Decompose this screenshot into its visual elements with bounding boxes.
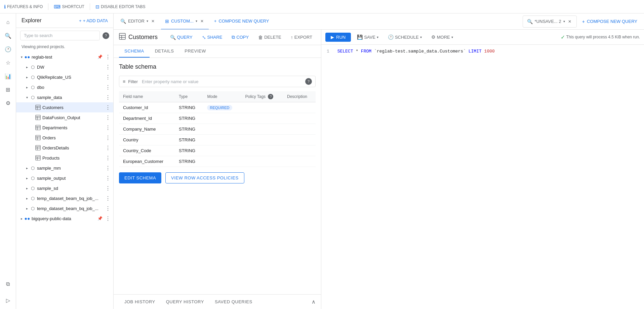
tree-item-sample-output[interactable]: ⬡ sample_output ⋮ [16,173,113,183]
unsave-tab-close[interactable]: ✕ [567,19,572,24]
home-icon-btn[interactable]: ⌂ [2,16,14,28]
saved-queries-tab[interactable]: SAVED QUERIES [209,296,258,308]
tree-item-reglab-test[interactable]: ●● reglab-test 📌 ⋮ [16,52,113,62]
dbo-arrow[interactable] [24,84,30,90]
disable-editor-btn[interactable]: ⊟ DISABLE EDITOR TABS [95,4,146,9]
sample-output-arrow[interactable] [24,175,30,181]
sample-mm-arrow[interactable] [24,165,30,171]
sample-data-arrow[interactable] [24,95,30,100]
search-input[interactable] [20,31,100,40]
editor-tab-dropdown[interactable]: ▾ [147,19,148,23]
save-dropdown-icon[interactable]: ▾ [377,35,378,39]
tree-item-ordersdetails[interactable]: OrdersDetails ⋮ [16,143,113,153]
job-history-tab[interactable]: JOB HISTORY [119,296,161,308]
chart-icon-btn[interactable]: 📊 [2,70,14,82]
filter-help-icon[interactable]: ? [305,78,312,85]
more-menu-sample-data[interactable]: ⋮ [104,93,112,101]
query-label: QUERY [177,35,193,40]
schema-section-title: Table schema [119,63,316,70]
star-icon-btn[interactable]: ☆ [2,57,14,69]
schedule-dropdown-icon[interactable]: ▾ [420,35,422,39]
tree-item-sample-sd[interactable]: ⬡ sample_sd ⋮ [16,183,113,193]
expand-sidebar-btn[interactable]: ▷ [2,294,14,306]
more-dropdown-icon[interactable]: ▾ [451,35,453,39]
tree-item-dbo[interactable]: ⬡ dbo ⋮ [16,82,113,92]
more-menu-bigquery-public[interactable]: ⋮ [104,214,112,222]
features-info-btn[interactable]: ℹ FEATURES & INFO [4,4,43,9]
export-action-btn[interactable]: ↑ EXPORT [287,33,316,42]
query-action-btn[interactable]: 🔍 QUERY [167,33,196,42]
grid-icon-btn[interactable]: ⊞ [2,83,14,96]
more-menu-ordersdetails[interactable]: ⋮ [104,144,112,152]
view-row-access-button[interactable]: VIEW ROW ACCESS POLICIES [165,172,244,183]
more-menu-datafusion[interactable]: ⋮ [104,113,112,122]
bottom-expand-btn[interactable]: ∧ [312,299,316,305]
DW-arrow[interactable] [24,64,30,70]
tree-item-customers[interactable]: Customers ⋮ [16,102,113,112]
custom-tab-dropdown[interactable]: ▾ [196,19,197,23]
more-menu-temp2[interactable]: ⋮ [104,204,112,212]
more-menu-dbo[interactable]: ⋮ [104,83,112,91]
shortcut-btn[interactable]: ⌨ SHORTCUT [54,4,84,9]
more-menu-sample-output[interactable]: ⋮ [104,174,112,182]
code-editor[interactable]: 1 SELECT * FROM `reglab-test.sample_data… [321,45,644,309]
tree-item-departments[interactable]: Departments ⋮ [16,123,113,133]
temp1-arrow[interactable] [24,196,30,201]
more-menu-customers[interactable]: ⋮ [104,103,112,111]
delete-action-btn[interactable]: 🗑 DELETE [255,33,285,42]
more-menu-departments[interactable]: ⋮ [104,124,112,132]
custom-tab-close[interactable]: ✕ [199,19,205,24]
more-button[interactable]: ⚙ MORE ▾ [428,32,456,42]
tree-item-products[interactable]: Products ⋮ [16,153,113,163]
edit-schema-button[interactable]: EDIT SCHEMA [119,172,161,183]
more-menu-DW[interactable]: ⋮ [104,63,112,71]
compose-new-query-left-btn[interactable]: + COMPOSE NEW QUERY [210,13,273,30]
more-menu-temp1[interactable]: ⋮ [104,194,112,202]
copy-icon-btn[interactable]: ⧉ [2,278,14,290]
add-data-button[interactable]: + + ADD DATA [79,18,108,23]
more-menu-reglab-test[interactable]: ⋮ [104,53,112,61]
more-menu-orders[interactable]: ⋮ [104,134,112,142]
search-icon-btn[interactable]: 🔍 [2,30,14,42]
tab-preview[interactable]: PREVIEW [179,45,211,58]
search-help-icon[interactable]: ? [103,32,109,39]
policy-help-icon[interactable]: ? [268,94,273,99]
unsave-tab-dropdown[interactable]: ▾ [563,20,565,23]
tab-schema[interactable]: SCHEMA [119,45,150,58]
tab-details[interactable]: DETAILS [150,45,179,58]
more-menu-products[interactable]: ⋮ [104,154,112,162]
tree-item-sample-data[interactable]: ⬡ sample_data ⋮ [16,92,113,102]
more-menu-sample-mm[interactable]: ⋮ [104,164,112,172]
tree-item-datafusion[interactable]: DataFusion_Output ⋮ [16,112,113,123]
more-menu-sample-sd[interactable]: ⋮ [104,184,112,192]
schedule-button[interactable]: 🕐 SCHEDULE ▾ [385,32,425,42]
filter-input[interactable] [142,79,303,84]
settings-icon-btn[interactable]: ⚙ [2,97,14,109]
QlikReplicate-arrow[interactable] [24,74,30,80]
tab-unsave[interactable]: 🔍 *UNSAVE... 2 ▾ ✕ [523,15,577,28]
run-button[interactable]: ▶ RUN [325,33,351,42]
tree-item-temp1[interactable]: ⬡ temp_dataset_beam_bq_job_... ⋮ [16,193,113,203]
temp2-arrow[interactable] [24,206,30,211]
tree-item-bigquery-public[interactable]: ●● bigquery-public-data 📌 ⋮ [16,213,113,224]
sample-sd-arrow[interactable] [24,185,30,191]
compose-new-query-right-btn[interactable]: + COMPOSE NEW QUERY [578,17,641,26]
editor-tab-close[interactable]: ✕ [150,19,156,24]
tree-label-sample-mm: sample_mm [37,166,104,171]
tab-editor[interactable]: 🔍 EDITOR ▾ ✕ [116,13,160,30]
recent-icon-btn[interactable]: 🕐 [2,43,14,55]
share-action-btn[interactable]: ⤡ SHARE [199,33,226,42]
tree-item-orders[interactable]: Orders ⋮ [16,133,113,143]
reglab-test-arrow[interactable] [19,54,24,60]
bigquery-public-arrow[interactable] [19,216,24,221]
query-history-tab[interactable]: QUERY HISTORY [161,296,209,308]
copy-action-btn[interactable]: ⧉ COPY [228,32,252,42]
tree-item-DW[interactable]: ⬡ DW ⋮ [16,62,113,72]
save-button[interactable]: 💾 SAVE ▾ [354,32,382,42]
run-icon: ▶ [331,35,334,40]
tree-item-temp2[interactable]: ⬡ temp_dataset_beam_bq_job_... ⋮ [16,203,113,213]
tree-item-sample-mm[interactable]: ⬡ sample_mm ⋮ [16,163,113,173]
tab-custom[interactable]: ⊞ CUSTOM... ▾ ✕ [161,13,209,30]
more-menu-QlikReplicate[interactable]: ⋮ [104,73,112,81]
tree-item-QlikReplicate-US[interactable]: ⬡ QlikReplicate_US ⋮ [16,72,113,82]
